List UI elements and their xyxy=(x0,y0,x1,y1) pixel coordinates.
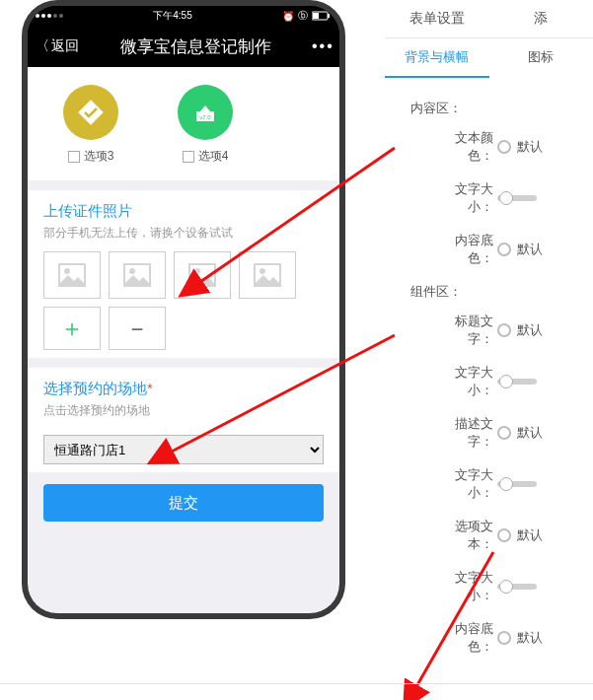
signal-dots-icon xyxy=(36,14,63,18)
upload-card: 上传证件照片 部分手机无法上传，请换个设备试试 ＋ － xyxy=(28,190,339,358)
image-placeholder-icon xyxy=(123,263,151,287)
checkbox-icon[interactable] xyxy=(183,151,194,163)
svg-point-13 xyxy=(259,268,265,274)
settings-panel: 表单设置 添 背景与横幅 图标 内容区： 文本颜色： 默认 文字大小： 内容底色… xyxy=(385,0,593,683)
photo-slot[interactable] xyxy=(174,251,231,299)
option-4-label: 选项4 xyxy=(198,148,229,165)
bluetooth-icon: ⓑ xyxy=(298,9,308,23)
photo-slot[interactable] xyxy=(109,251,166,299)
page-title: 微享宝信息登记制作 xyxy=(79,35,312,58)
component-section-label: 组件区： xyxy=(410,283,593,301)
photo-slot[interactable] xyxy=(43,251,101,299)
add-photo-button[interactable]: ＋ xyxy=(43,307,101,350)
option-4[interactable]: v7.0 选项4 xyxy=(178,85,233,165)
venue-select[interactable]: 恒通路门店1 xyxy=(43,435,324,464)
venue-card: 选择预约的场地* 点击选择预约的场地 恒通路门店1 xyxy=(28,368,339,472)
image-placeholder-icon xyxy=(254,263,281,287)
image-placeholder-icon xyxy=(188,263,216,287)
venue-title: 选择预约的场地* xyxy=(43,380,324,398)
phone-content: 选项3 v7.0 选项4 上传证件照片 部分手机无法上传，请换个设备试试 xyxy=(28,67,339,613)
svg-rect-2 xyxy=(313,13,319,19)
status-right: ⏰ ⓑ xyxy=(282,9,332,23)
status-bar: 下午4:55 ⏰ ⓑ xyxy=(28,6,339,26)
radio-icon[interactable] xyxy=(497,528,511,542)
ballot-box-icon: v7.0 xyxy=(178,85,233,140)
slider[interactable] xyxy=(497,195,537,201)
slider[interactable] xyxy=(497,481,537,487)
slider[interactable] xyxy=(497,584,537,590)
radio-icon[interactable] xyxy=(497,323,511,337)
svg-point-11 xyxy=(194,268,200,274)
tab-icon[interactable]: 图标 xyxy=(489,38,594,78)
svg-point-9 xyxy=(129,268,135,274)
row-bg-color: 内容底色： 默认 xyxy=(410,232,593,267)
image-placeholder-icon xyxy=(58,263,86,287)
row-font-size: 文字大小： xyxy=(410,180,593,216)
upload-subtitle: 部分手机无法上传，请换个设备试试 xyxy=(43,225,324,242)
submit-button[interactable]: 提交 xyxy=(43,484,324,522)
option-3[interactable]: 选项3 xyxy=(63,85,118,165)
svg-text:v7.0: v7.0 xyxy=(199,114,211,120)
content-section-label: 内容区： xyxy=(410,100,593,117)
row-text-color: 文本颜色： 默认 xyxy=(410,129,593,165)
settings-body: 内容区： 文本颜色： 默认 文字大小： 内容底色： 默认 组件区： 标题文字： … xyxy=(385,78,593,683)
phone-frame: 下午4:55 ⏰ ⓑ 〈 返回 微享宝信息登记制作 ••• xyxy=(22,0,345,619)
battery-icon xyxy=(312,11,332,21)
radio-icon[interactable] xyxy=(497,243,511,256)
more-icon[interactable]: ••• xyxy=(312,37,332,55)
alarm-icon: ⏰ xyxy=(282,11,294,22)
nav-bar: 〈 返回 微享宝信息登记制作 ••• xyxy=(28,26,339,67)
row-desc-text: 描述文字： 默认 xyxy=(410,415,593,451)
options-card: 选项3 v7.0 选项4 xyxy=(28,67,339,180)
status-time: 下午4:55 xyxy=(153,9,191,23)
tab-add[interactable]: 添 xyxy=(489,0,594,37)
back-button[interactable]: 〈 返回 xyxy=(36,37,79,55)
tab-background-banner[interactable]: 背景与横幅 xyxy=(385,38,489,78)
top-tabs: 表单设置 添 xyxy=(385,0,593,38)
diamond-check-icon xyxy=(63,85,118,140)
row-option-text: 选项文本： 默认 xyxy=(410,518,593,553)
photo-slots xyxy=(43,251,324,299)
svg-point-7 xyxy=(64,268,70,274)
phone-screen: 下午4:55 ⏰ ⓑ 〈 返回 微享宝信息登记制作 ••• xyxy=(28,6,339,613)
radio-icon[interactable] xyxy=(497,426,511,440)
remove-photo-button[interactable]: － xyxy=(109,307,166,350)
chevron-left-icon: 〈 xyxy=(36,37,49,55)
sub-tabs: 背景与横幅 图标 xyxy=(385,38,593,78)
svg-rect-1 xyxy=(328,14,330,18)
row-font-size-4: 文字大小： xyxy=(410,569,593,604)
row-bg-color-2: 内容底色： 默认 xyxy=(410,620,593,656)
upload-title: 上传证件照片 xyxy=(43,202,324,221)
radio-icon[interactable] xyxy=(497,140,511,154)
venue-subtitle: 点击选择预约的场地 xyxy=(43,402,324,419)
row-title-text: 标题文字： 默认 xyxy=(410,313,593,348)
back-label: 返回 xyxy=(51,37,79,55)
svg-rect-3 xyxy=(78,100,103,124)
row-font-size-3: 文字大小： xyxy=(410,466,593,502)
checkbox-icon[interactable] xyxy=(68,151,80,163)
option-3-label: 选项3 xyxy=(84,148,114,165)
radio-icon[interactable] xyxy=(497,631,511,645)
tab-form-settings[interactable]: 表单设置 xyxy=(385,0,489,37)
slider[interactable] xyxy=(497,379,537,385)
photo-slot[interactable] xyxy=(239,251,296,299)
row-font-size-2: 文字大小： xyxy=(410,364,593,399)
divider xyxy=(0,683,593,684)
